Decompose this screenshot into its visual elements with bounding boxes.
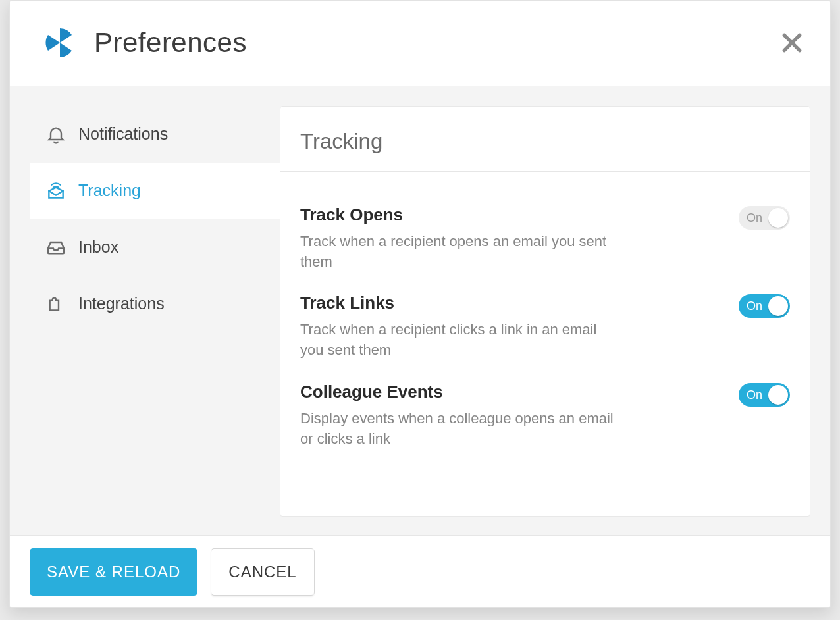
setting-description: Track when a recipient clicks a link in … <box>300 320 616 361</box>
preferences-modal: Preferences Notifications <box>9 0 831 608</box>
toggle-colleague-events[interactable]: On <box>739 383 790 407</box>
close-icon[interactable] <box>779 30 805 56</box>
tracking-icon <box>45 180 66 201</box>
inbox-icon <box>45 237 66 258</box>
preferences-sidebar: Notifications Tracking <box>10 106 280 516</box>
modal-body: Notifications Tracking <box>10 86 830 536</box>
setting-description: Track when a recipient opens an email yo… <box>300 232 616 272</box>
app-logo-icon <box>44 27 76 59</box>
toggle-label: On <box>747 211 762 224</box>
setting-title: Colleague Events <box>300 382 616 402</box>
sidebar-item-integrations[interactable]: Integrations <box>30 276 280 332</box>
toggle-label: On <box>747 299 762 313</box>
setting-description: Display events when a colleague opens an… <box>300 409 616 450</box>
tracking-panel: Tracking Track Opens Track when a recipi… <box>280 106 810 517</box>
setting-title: Track Opens <box>300 205 616 225</box>
setting-colleague-events: Colleague Events Display events when a c… <box>300 361 790 450</box>
puzzle-icon <box>45 294 66 315</box>
sidebar-item-tracking[interactable]: Tracking <box>30 163 280 219</box>
setting-text: Track Opens Track when a recipient opens… <box>300 205 643 272</box>
cancel-button[interactable]: CANCEL <box>211 548 314 596</box>
setting-title: Track Links <box>300 293 616 313</box>
toggle-track-links[interactable]: On <box>739 294 790 318</box>
modal-footer: SAVE & RELOAD CANCEL <box>10 535 830 607</box>
toggle-label: On <box>747 388 762 401</box>
sidebar-item-label: Inbox <box>78 238 118 257</box>
panel-title: Tracking <box>300 129 790 154</box>
save-reload-button[interactable]: SAVE & RELOAD <box>30 548 197 596</box>
toggle-knob <box>768 208 788 228</box>
setting-text: Track Links Track when a recipient click… <box>300 293 643 361</box>
panel-header: Tracking <box>280 107 810 172</box>
modal-title: Preferences <box>94 27 779 59</box>
setting-track-opens: Track Opens Track when a recipient opens… <box>300 184 790 272</box>
setting-track-links: Track Links Track when a recipient click… <box>300 272 790 361</box>
toggle-knob <box>768 296 788 316</box>
sidebar-item-inbox[interactable]: Inbox <box>30 219 280 276</box>
sidebar-item-label: Tracking <box>78 181 141 200</box>
setting-text: Colleague Events Display events when a c… <box>300 382 643 450</box>
settings-list: Track Opens Track when a recipient opens… <box>280 172 810 450</box>
sidebar-item-label: Notifications <box>78 124 168 143</box>
sidebar-item-label: Integrations <box>78 294 165 313</box>
toggle-knob <box>768 385 788 405</box>
bell-icon <box>45 124 66 145</box>
modal-header: Preferences <box>10 1 830 86</box>
sidebar-item-notifications[interactable]: Notifications <box>30 106 280 163</box>
toggle-track-opens[interactable]: On <box>739 206 790 230</box>
